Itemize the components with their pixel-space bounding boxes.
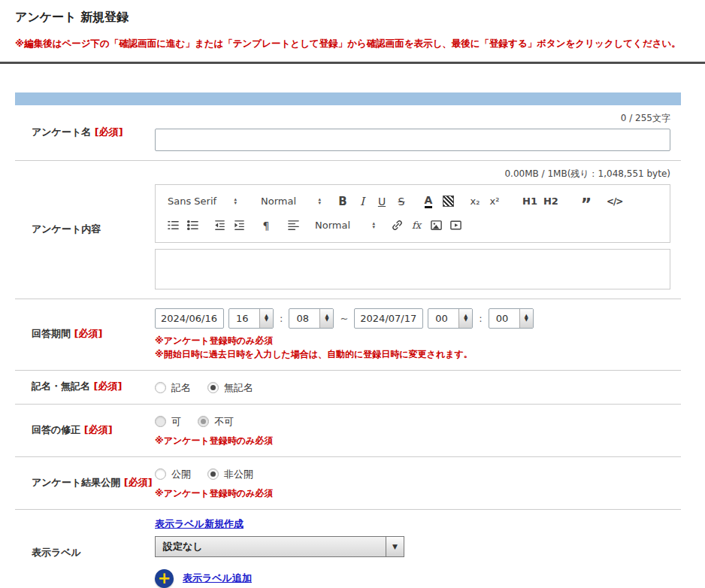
radio-option-signed[interactable]: 記名: [155, 381, 191, 395]
spinner-arrows-icon[interactable]: ▲▼: [259, 309, 273, 328]
required-badge: [必須]: [124, 477, 153, 488]
answer-period-label: 回答期間 [必須]: [15, 320, 155, 349]
tilde-separator: ~: [338, 313, 349, 324]
result-publication-note: ※アンケート登録時のみ必須: [155, 486, 670, 500]
image-icon[interactable]: [426, 217, 446, 235]
radio-option-allowed[interactable]: 可: [155, 415, 181, 429]
superscript-icon[interactable]: x²: [485, 192, 504, 211]
header2-icon[interactable]: H2: [540, 192, 561, 211]
subscript-icon[interactable]: x₂: [465, 192, 485, 211]
result-publication-options: 公開 非公開: [155, 462, 670, 481]
bold-icon[interactable]: B: [333, 192, 352, 211]
start-minute-stepper[interactable]: 08 ▲▼: [289, 308, 334, 329]
modification-options: 可 不可: [155, 409, 670, 429]
add-display-label-link[interactable]: 表示ラベル追加: [183, 571, 252, 585]
strikethrough-icon[interactable]: S: [392, 192, 411, 211]
underline-icon[interactable]: U: [372, 192, 392, 211]
char-counter: 0 / 255文字: [155, 110, 670, 129]
end-date-input[interactable]: [354, 308, 423, 329]
start-hour-stepper[interactable]: 16 ▲▼: [228, 308, 274, 329]
font-select[interactable]: Sans Serif ▴▾: [163, 192, 241, 211]
row-anonymity: 記名・無記名 [必須] 記名 無記名: [15, 371, 681, 405]
add-icon[interactable]: +: [155, 569, 174, 588]
colon-separator: :: [477, 313, 483, 324]
display-label-select-value: 設定なし: [156, 537, 386, 556]
video-icon[interactable]: [446, 217, 465, 235]
end-hour-stepper[interactable]: 00 ▲▼: [428, 308, 473, 329]
header1-icon[interactable]: H1: [519, 192, 540, 211]
blockquote-icon[interactable]: ”: [576, 192, 596, 211]
label-text: 回答の修正: [32, 424, 80, 435]
warning-text: ※編集後はページ下の「確認画面に進む」または「テンプレートとして登録」から確認画…: [15, 37, 690, 50]
spinner-arrows-icon[interactable]: ▲▼: [458, 309, 472, 328]
anonymity-label: 記名・無記名 [必須]: [15, 372, 155, 402]
radio-icon[interactable]: [155, 382, 166, 393]
lineheight-select[interactable]: Normal ▴▾: [310, 217, 380, 235]
result-publication-label: アンケート結果公開 [必須]: [15, 468, 155, 498]
add-display-label-row: + 表示ラベル追加: [155, 569, 670, 588]
label-text: 表示ラベル: [32, 547, 81, 558]
dropdown-arrow-icon[interactable]: ▼: [386, 537, 404, 556]
period-inputs: 16 ▲▼ : 08 ▲▼ ~ 00 ▲▼ : 00 ▲▼: [155, 304, 670, 329]
survey-name-input[interactable]: [155, 129, 670, 151]
indent-icon[interactable]: [229, 217, 249, 235]
radio-icon[interactable]: [155, 416, 166, 427]
label-text: 回答期間: [32, 328, 71, 339]
period-note-1: ※アンケート登録時のみ必須: [155, 334, 670, 347]
code-block-icon[interactable]: </>: [604, 192, 626, 211]
survey-name-label: アンケート名 [必須]: [15, 118, 155, 147]
heading-select[interactable]: Normal ▴▾: [256, 192, 325, 211]
updown-arrows-icon: ▴▾: [372, 222, 375, 229]
row-result-publication: アンケート結果公開 [必須] 公開 非公開 ※アンケート登録時のみ必須: [15, 457, 681, 510]
align-icon[interactable]: [283, 217, 303, 235]
spinner-arrows-icon[interactable]: ▲▼: [519, 309, 533, 328]
label-text: 記名・無記名: [32, 380, 90, 392]
page-title: アンケート 新規登録: [15, 10, 690, 26]
radio-icon[interactable]: [207, 382, 219, 393]
start-date-input[interactable]: [155, 308, 224, 329]
radio-icon[interactable]: [155, 468, 166, 480]
editor-toolbar: Sans Serif ▴▾ Normal ▴▾ B I U S A: [155, 184, 670, 243]
required-badge: [必須]: [84, 424, 113, 435]
radio-option-public[interactable]: 公開: [155, 468, 191, 481]
italic-icon[interactable]: I: [352, 192, 372, 211]
updown-arrows-icon: ▴▾: [318, 198, 321, 205]
row-answer-modification: 回答の修正 [必須] 可 不可 ※アンケート登録時のみ必須: [15, 405, 681, 457]
radio-label: 記名: [171, 381, 191, 395]
end-minute-stepper[interactable]: 00 ▲▼: [489, 308, 534, 329]
text-color-icon[interactable]: A: [419, 192, 438, 211]
modification-note: ※アンケート登録時のみ必須: [155, 434, 670, 447]
size-info: 0.00MB / 1MB(残り：1,048,551 byte): [155, 165, 670, 184]
spinner-arrows-icon[interactable]: ▲▼: [319, 309, 333, 328]
editor-body[interactable]: [155, 249, 670, 289]
required-badge: [必須]: [94, 380, 123, 392]
highlight-color-icon[interactable]: [438, 192, 458, 211]
text-direction-icon[interactable]: ¶: [256, 217, 276, 235]
required-badge: [必須]: [74, 328, 103, 339]
bullet-list-icon[interactable]: [183, 217, 202, 235]
radio-label: 可: [171, 415, 181, 429]
display-label-label: 表示ラベル: [15, 538, 155, 568]
anonymity-options: 記名 無記名: [155, 375, 670, 395]
radio-option-not-allowed[interactable]: 不可: [198, 415, 234, 429]
form-header-bar: [15, 92, 681, 105]
radio-icon[interactable]: [198, 416, 209, 427]
required-badge: [必須]: [95, 126, 123, 138]
radio-icon[interactable]: [207, 468, 219, 480]
radio-option-private[interactable]: 非公開: [207, 468, 253, 481]
formula-icon[interactable]: fx: [407, 217, 426, 235]
modification-label: 回答の修正 [必須]: [15, 416, 155, 445]
radio-option-anonymous[interactable]: 無記名: [207, 381, 253, 395]
outdent-icon[interactable]: [210, 217, 229, 235]
anonymity-content: 記名 無記名: [155, 371, 681, 404]
radio-label: 無記名: [224, 381, 253, 395]
ordered-list-icon[interactable]: [163, 217, 183, 235]
colon-separator: :: [278, 313, 284, 324]
label-text: アンケート名: [32, 126, 91, 138]
link-icon[interactable]: [387, 217, 407, 235]
display-label-select[interactable]: 設定なし ▼: [155, 536, 404, 557]
survey-content-area: 0.00MB / 1MB(残り：1,048,551 byte) Sans Ser…: [155, 161, 681, 299]
radio-label: 非公開: [224, 468, 253, 481]
display-label-content: 表示ラベル新規作成 設定なし ▼ + 表示ラベル追加: [155, 510, 681, 588]
create-display-label-link[interactable]: 表示ラベル新規作成: [155, 518, 244, 529]
